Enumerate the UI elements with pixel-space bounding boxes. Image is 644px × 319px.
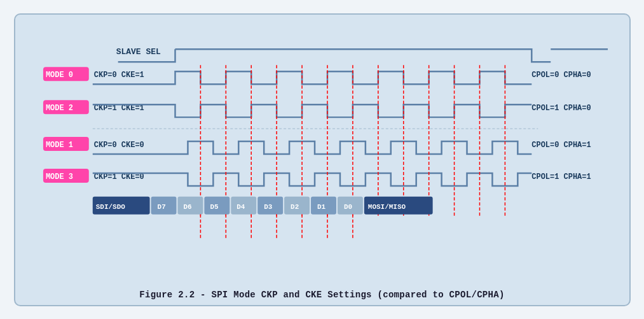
figure-caption: Figure 2.2 - SPI Mode CKP and CKE Settin…: [24, 286, 620, 300]
mode0-params: CKP=0 CKE=1: [93, 71, 144, 80]
mosimiso-label: MOSI/MISO: [367, 202, 406, 210]
mode2-label: MODE 2: [45, 104, 72, 113]
d3-label: D3: [264, 202, 273, 210]
d7-label: D7: [157, 202, 165, 210]
d6-label: D6: [183, 202, 191, 210]
d1-label: D1: [317, 202, 326, 210]
slave-sel-label: SLAVE SEL: [116, 47, 160, 57]
mode1-params: CKP=0 CKE=0: [93, 141, 144, 150]
mode0-right: CPOL=0 CPHA=0: [531, 71, 591, 80]
mode1-label: MODE 1: [45, 141, 72, 150]
mode2-right: CPOL=1 CPHA=0: [531, 104, 591, 113]
mode1-right: CPOL=0 CPHA=1: [531, 141, 591, 150]
outer-box: SLAVE SEL MODE 0 CKP=0 CKE=1 CPOL=0 CPHA…: [14, 13, 631, 306]
d4-label: D4: [236, 202, 245, 210]
mode3-right: CPOL=1 CPHA=1: [531, 172, 591, 181]
mode3-label: MODE 3: [45, 172, 72, 181]
d0-label: D0: [343, 202, 352, 210]
d5-label: D5: [210, 202, 219, 210]
diagram-area: SLAVE SEL MODE 0 CKP=0 CKE=1 CPOL=0 CPHA…: [24, 22, 620, 286]
mode0-label: MODE 0: [45, 71, 72, 80]
sdisdo-label: SDI/SDO: [95, 202, 125, 210]
d2-label: D2: [291, 202, 299, 210]
